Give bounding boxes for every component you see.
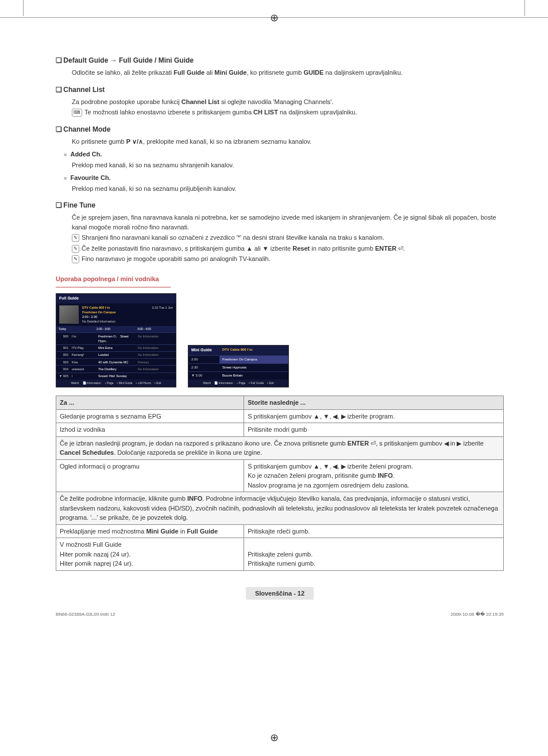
page-footer: Slovenščina - 12	[56, 587, 504, 600]
default-guide-title: Default Guide → Full Guide / Mini Guide	[63, 56, 194, 64]
mg-row: 2:00Freshmen On Campus	[188, 355, 288, 363]
fg-detail: No Detailed Information	[82, 319, 149, 324]
fg-col-t1: 2:00 - 3:00	[94, 326, 135, 333]
section-channel-mode: ❑ Channel Mode Ko pritisnete gumb P ∨/∧,…	[56, 124, 504, 194]
print-footer: BN68-02388A-03L09.indb 12 2009-10-08 �� …	[56, 611, 504, 618]
fg-footer-mini: ▪ Mini Guide	[117, 381, 132, 386]
mg-row: ▼ 5:00Booze Britain	[188, 371, 288, 379]
table-cell: Izhod iz vodnika	[56, 423, 244, 437]
section-channel-list: ❑ Channel List Za podrobne postopke upor…	[56, 85, 504, 117]
note-icon: ✎	[72, 245, 79, 253]
mg-footer: Watch 📄 Information ↕ Page ▪ Full Guide …	[188, 379, 288, 387]
added-ch-body: Preklop med kanali, ki so na seznamu shr…	[72, 160, 504, 170]
fg-row: ▼ 905iSmash Hits! Sunday	[56, 373, 176, 379]
fg-row: 902Kerrang!LoadedNo Information	[56, 351, 176, 358]
grey-box-icon: ■	[64, 152, 67, 158]
fg-row: 901ITV PlayMint ExtraNo Information	[56, 344, 176, 351]
section-default-guide: ❑ Default Guide → Full Guide / Mini Guid…	[56, 55, 504, 78]
table-merged-cell: Če želite podrobne informacije, kliknite…	[56, 492, 504, 525]
fg-footer-info: 📄 Information	[83, 381, 101, 386]
mini-guide-title: Mini Guide	[188, 346, 219, 355]
fine-tune-body: Če je sprejem jasen, fina naravnava kana…	[72, 213, 504, 232]
fg-footer-hours: ▪ +24 Hours	[136, 381, 151, 386]
fg-time: 2:00 - 2:30	[82, 314, 149, 319]
fg-footer: Watch 📄 Information ↕ Page ▪ Mini Guide …	[56, 379, 176, 387]
full-guide-thumbnail	[59, 305, 79, 324]
table-cell: Ogled informacij o programu	[56, 459, 244, 492]
fg-footer-watch: Watch	[71, 381, 79, 386]
section-fine-tune: ❑ Fine Tune Če je sprejem jasen, fina na…	[56, 200, 504, 264]
grey-box-icon: ■	[64, 175, 67, 181]
table-cell: Gledanje programa s seznama EPG	[56, 409, 244, 423]
fav-ch-body: Preklop med kanali, ki so na seznamu pri…	[72, 184, 504, 194]
guide-underline	[56, 287, 171, 287]
table-cell: Pritiskajte zeleni gumb. Pritiskajte rum…	[244, 538, 504, 571]
fg-col-t2: 3:00 - 4:00	[135, 326, 176, 333]
instruction-table: Za ... Storite naslednje ... Gledanje pr…	[56, 396, 504, 571]
mg-footer-info: 📄 Information	[214, 381, 233, 386]
default-guide-body: Odločite se lahko, ali želite prikazati …	[72, 68, 504, 78]
fg-date: 2:10 Tue 1 Jun	[152, 305, 173, 324]
print-footer-left: BN68-02388A-03L09.indb 12	[56, 611, 115, 618]
fg-row: 903Kiss40 with Dynamite MCKisstory	[56, 358, 176, 365]
fg-channel-header: DTV Cable 900 f tn	[82, 305, 149, 310]
full-guide-preview: Full Guide DTV Cable 900 f tn Freshmen O…	[56, 293, 176, 387]
note-icon: ✎	[72, 255, 79, 263]
remote-icon: ⌨	[72, 109, 82, 117]
fine-tune-note1: Shranjeni fino naravnani kanali so označ…	[82, 234, 384, 241]
mg-footer-page: ↕ Page	[237, 381, 246, 386]
table-header-left: Za ...	[56, 396, 244, 410]
mg-channel: DTV Cable 900 f tn	[219, 346, 288, 355]
mg-footer-exit: ▪ Exit	[267, 381, 274, 386]
fg-footer-page: ↕ Page	[105, 381, 114, 386]
print-footer-right: 2009-10-08 �� 10:19:35	[450, 611, 504, 618]
fg-row: 904onewordThe DistilleryNo Information	[56, 365, 176, 372]
fg-footer-exit: ▪ Exit	[155, 381, 161, 386]
fg-program: Freshmen On Campus	[82, 310, 149, 314]
channel-mode-title: Channel Mode	[63, 125, 110, 133]
mg-footer-full: ▪ Full Guide	[249, 381, 264, 386]
fine-tune-note3: Fino naravnavo je mogoče uporabiti samo …	[82, 255, 271, 262]
fg-row: 900f tnFreshmen O.. Street Hypn..No Info…	[56, 332, 176, 344]
fav-ch-title: Favourite Ch.	[70, 174, 110, 181]
mini-guide-preview: Mini Guide DTV Cable 900 f tn 2:00Freshm…	[188, 345, 289, 387]
fg-col-today: Today	[56, 326, 94, 333]
table-merged-cell: Če je izbran naslednji program, je dodan…	[56, 436, 504, 459]
full-guide-title: Full Guide	[56, 294, 176, 304]
note-icon: ✎	[72, 234, 79, 242]
channel-list-title: Channel List	[63, 86, 105, 94]
table-cell: Pritiskajte rdeči gumb.	[244, 524, 504, 538]
channel-list-line1: Za podrobne postopke uporabe funkcij Cha…	[72, 97, 504, 107]
added-ch-title: Added Ch.	[70, 151, 102, 158]
channel-list-line2: Te možnosti lahko enostavno izberete s p…	[84, 109, 357, 116]
mg-row: 2:30Street Hypnosis	[188, 363, 288, 371]
table-header-right: Storite naslednje ...	[244, 396, 504, 410]
table-cell: S pritiskanjem gumbov ▲, ▼, ◀, ▶ izberit…	[244, 409, 504, 423]
table-cell: S pritiskanjem gumbov ▲, ▼, ◀, ▶ izberit…	[244, 459, 504, 492]
channel-mode-body: Ko pritisnete gumb P ∨/∧, preklopite med…	[72, 137, 504, 147]
fine-tune-note2: Če želite ponastaviti fino naravnavo, s …	[82, 245, 405, 252]
table-cell: Pritisnite modri gumb	[244, 423, 504, 437]
fine-tune-title: Fine Tune	[63, 201, 95, 209]
mg-footer-watch: Watch	[203, 381, 211, 386]
table-cell: V možnosti Full Guide Hiter pomik nazaj …	[56, 538, 244, 571]
table-cell: Preklapljanje med možnostma Mini Guide i…	[56, 524, 244, 538]
guide-heading: Uporaba popolnega / mini vodnika	[56, 274, 504, 284]
